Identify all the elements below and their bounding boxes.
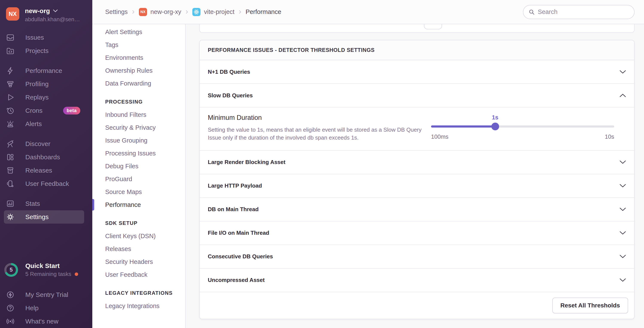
sidebar-item-user-feedback[interactable]: User Feedback	[4, 177, 84, 190]
sidebar-item-label: Help	[25, 305, 39, 312]
settings-nav: Alert Settings Tags Environments Ownersh…	[92, 24, 186, 328]
sidebar-item-settings[interactable]: Settings	[4, 210, 84, 224]
main-column: Settings › NX new-org-xy › vite-project …	[92, 0, 644, 328]
content-area: PERFORMANCE ISSUES - DETECTOR THRESHOLD …	[186, 24, 644, 328]
sidebar-item-stats[interactable]: Stats	[4, 197, 84, 210]
notification-dot	[75, 273, 78, 276]
sidebar-item-label: Dashboards	[25, 154, 60, 161]
sidebar-footer: My Sentry Trial Help What's new	[0, 288, 92, 328]
chevron-down-icon	[620, 278, 626, 282]
breadcrumb-organization[interactable]: NX new-org-xy	[139, 8, 181, 16]
settings-nav-user-feedback[interactable]: User Feedback	[105, 268, 185, 281]
settings-nav-security-headers[interactable]: Security Headers	[105, 255, 185, 268]
sidebar-item-help[interactable]: Help	[4, 302, 84, 315]
breadcrumb-project[interactable]: vite-project	[192, 8, 234, 16]
issues-icon	[6, 33, 14, 42]
chevron-down-icon	[53, 9, 58, 12]
cut-off-control	[424, 24, 442, 29]
slow-db-queries-settings: Minimum Duration Setting the value to 1s…	[200, 107, 634, 151]
org-switcher[interactable]: NX new-org abdullah.khan@sen…	[0, 0, 92, 23]
panel-footer: Reset All Thresholds	[200, 292, 634, 319]
sidebar-item-label: Settings	[25, 213, 48, 221]
crons-icon	[6, 106, 14, 115]
sidebar-item-my-sentry-trial[interactable]: My Sentry Trial	[4, 288, 84, 302]
sidebar-item-alerts[interactable]: Alerts	[4, 117, 84, 131]
accordion-row-slow-db-queries[interactable]: Slow DB Queries	[200, 84, 634, 107]
main-sidebar: NX new-org abdullah.khan@sen… Issues Pro…	[0, 0, 92, 328]
settings-nav-client-keys[interactable]: Client Keys (DSN)	[105, 230, 185, 242]
sidebar-item-performance[interactable]: Performance	[4, 64, 84, 77]
sidebar-item-whats-new[interactable]: What's new	[4, 315, 84, 328]
accordion-row-n-plus-one-db-queries[interactable]: N+1 DB Queries	[200, 60, 634, 84]
settings-nav-section-processing: PROCESSING	[105, 95, 185, 108]
sidebar-item-label: Replays	[25, 94, 48, 101]
releases-icon	[6, 166, 14, 175]
sidebar-item-label: Performance	[25, 67, 62, 74]
reset-all-thresholds-button[interactable]: Reset All Thresholds	[552, 298, 628, 314]
org-email: abdullah.khan@sen…	[25, 16, 80, 23]
search-box[interactable]	[523, 5, 634, 19]
settings-nav-legacy-integrations[interactable]: Legacy Integrations	[105, 300, 185, 312]
user-feedback-icon	[6, 179, 14, 188]
accordion-row-uncompressed-asset[interactable]: Uncompressed Asset	[200, 269, 634, 292]
settings-nav-security-privacy[interactable]: Security & Privacy	[105, 121, 185, 134]
sidebar-item-label: User Feedback	[25, 180, 69, 187]
settings-nav-tags[interactable]: Tags	[105, 38, 185, 51]
settings-nav-environments[interactable]: Environments	[105, 51, 185, 64]
profiling-icon	[6, 80, 14, 88]
org-name: new-org	[25, 7, 80, 14]
quick-start-progress-ring: 5	[4, 263, 18, 277]
slider-min-label: 100ms	[431, 134, 448, 140]
chevron-down-icon	[620, 160, 626, 164]
sidebar-item-label: Crons	[25, 107, 42, 114]
slider-handle[interactable]	[491, 123, 499, 130]
accordion-row-large-render-blocking-asset[interactable]: Large Render Blocking Asset	[200, 151, 634, 174]
quick-start[interactable]: 5 Quick Start 5 Remaining tasks	[4, 262, 88, 277]
settings-nav-debug-files[interactable]: Debug Files	[105, 160, 185, 172]
sidebar-item-projects[interactable]: Projects	[4, 44, 84, 57]
sidebar-item-issues[interactable]: Issues	[4, 31, 84, 44]
settings-nav-issue-grouping[interactable]: Issue Grouping	[105, 134, 185, 147]
sidebar-item-replays[interactable]: Replays	[4, 91, 84, 104]
performance-icon	[6, 66, 14, 75]
settings-nav-performance[interactable]: Performance	[105, 198, 185, 211]
settings-nav-releases[interactable]: Releases	[105, 242, 185, 255]
sidebar-item-discover[interactable]: Discover	[4, 137, 84, 151]
search-input[interactable]	[538, 8, 632, 15]
accordion-row-consecutive-db-queries[interactable]: Consecutive DB Queries	[200, 245, 634, 269]
settings-nav-alert-settings[interactable]: Alert Settings	[105, 25, 185, 38]
chevron-up-icon	[620, 94, 626, 97]
breadcrumb-settings[interactable]: Settings	[105, 8, 128, 15]
gear-icon	[6, 213, 14, 221]
beta-badge: beta	[63, 107, 80, 115]
settings-nav-proguard[interactable]: ProGuard	[105, 172, 185, 185]
setting-title: Minimum Duration	[208, 114, 431, 122]
settings-nav-inbound-filters[interactable]: Inbound Filters	[105, 108, 185, 121]
slider-track[interactable]	[431, 125, 614, 128]
sidebar-item-label: What's new	[25, 318, 58, 325]
settings-nav-processing-issues[interactable]: Processing Issues	[105, 147, 185, 160]
scrolled-panel-bottom	[199, 24, 634, 33]
chevron-down-icon	[620, 184, 626, 187]
accordion-row-large-http-payload[interactable]: Large HTTP Payload	[200, 174, 634, 198]
setting-description: Setting the value to 1s, means that an e…	[208, 126, 427, 142]
chevron-down-icon	[620, 255, 626, 258]
sidebar-item-crons[interactable]: Crons beta	[4, 104, 84, 117]
accordion-row-db-on-main-thread[interactable]: DB on Main Thread	[200, 198, 634, 221]
sidebar-item-releases[interactable]: Releases	[4, 164, 84, 177]
sidebar-item-profiling[interactable]: Profiling	[4, 77, 84, 91]
sidebar-item-dashboards[interactable]: Dashboards	[4, 151, 84, 164]
settings-nav-data-forwarding[interactable]: Data Forwarding	[105, 77, 185, 90]
accordion-row-file-io-on-main-thread[interactable]: File I/O on Main Thread	[200, 221, 634, 245]
discover-icon	[6, 140, 14, 148]
breadcrumb-separator: ›	[186, 7, 188, 17]
replays-icon	[6, 93, 14, 102]
app-root: NX new-org abdullah.khan@sen… Issues Pro…	[0, 0, 644, 328]
settings-nav-source-maps[interactable]: Source Maps	[105, 185, 185, 198]
breadcrumb-separator: ›	[239, 7, 241, 17]
sidebar-item-label: Issues	[25, 34, 44, 41]
sidebar-item-label: My Sentry Trial	[25, 291, 68, 298]
topbar: Settings › NX new-org-xy › vite-project …	[92, 0, 644, 24]
settings-nav-ownership-rules[interactable]: Ownership Rules	[105, 64, 185, 77]
settings-nav-section-legacy-integrations: LEGACY INTEGRATIONS	[105, 287, 185, 300]
